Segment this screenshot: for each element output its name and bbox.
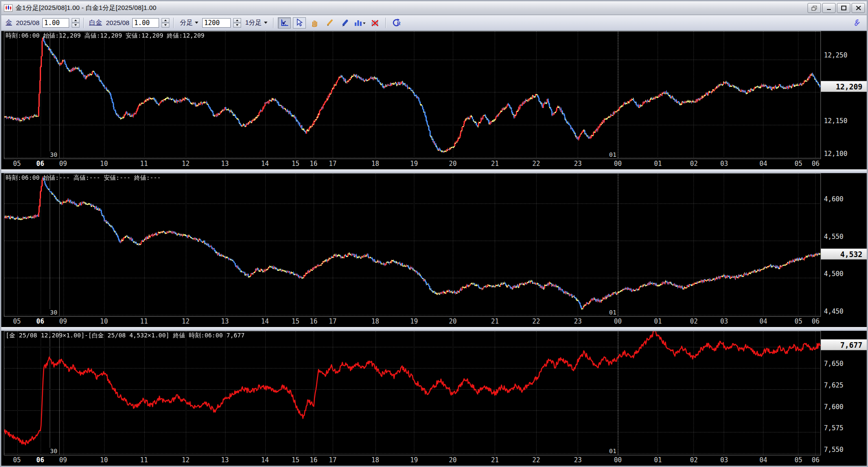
minimize-button[interactable]	[822, 3, 836, 13]
price-tick-label: 12,150	[821, 117, 867, 125]
gold-multiplier-spinner[interactable]	[72, 18, 79, 28]
time-tick-label: 23	[574, 160, 582, 168]
platinum-time-axis: 0506091011121314151617181920212223000102…	[4, 317, 821, 327]
time-tick-label: 03	[720, 318, 728, 325]
platinum-price-axis: 4,532 4,6004,5504,5004,450	[821, 173, 867, 317]
reload-button[interactable]: R	[390, 17, 403, 29]
platinum-chart-block: 時刻:06:00 始値:--- 高値:--- 安値:--- 終値:--- 300…	[1, 173, 867, 327]
platinum-contract-label[interactable]: 2025/08	[106, 19, 129, 26]
date-marker-label: 30	[50, 151, 58, 158]
time-tick-label: 12	[182, 318, 190, 325]
time-tick-label: 19	[410, 160, 418, 168]
period-type-dropdown[interactable]: 分足	[178, 18, 200, 28]
time-tick-label: 14	[261, 456, 269, 464]
price-tick-label: 4,550	[821, 233, 867, 241]
price-tick-label: 12,250	[821, 52, 867, 60]
date-marker-label: 30	[50, 448, 58, 454]
platinum-symbol-label[interactable]: 白金	[89, 19, 102, 27]
time-tick-label: 01	[654, 318, 662, 325]
time-tick-label: 20	[449, 318, 457, 325]
chart-splitter[interactable]	[1, 169, 867, 173]
time-tick-label: 22	[532, 318, 540, 325]
time-tick-label: 15	[292, 318, 299, 325]
time-tick-label: 22	[532, 456, 540, 464]
time-tick-label: 12	[182, 456, 190, 464]
platinum-chart-plot[interactable]: 時刻:06:00 始値:--- 高値:--- 安値:--- 終値:--- 300…	[4, 173, 821, 317]
bar-style-dropdown-button[interactable]	[353, 17, 366, 29]
bar-count-input[interactable]	[202, 18, 231, 28]
time-tick-label: 10	[100, 160, 108, 168]
time-tick-label: 19	[410, 318, 418, 325]
interval-dropdown[interactable]: 1分足	[243, 18, 269, 28]
period-type-label: 分足	[180, 19, 193, 27]
time-tick-label: 05	[795, 318, 802, 325]
time-tick-label: 02	[690, 456, 698, 464]
time-tick-label: 23	[574, 456, 582, 464]
gold-symbol-label[interactable]: 金	[6, 19, 12, 27]
time-tick-label: 11	[140, 456, 148, 464]
date-marker-label: 01	[609, 151, 617, 158]
time-tick-label: 01	[654, 160, 662, 168]
draw-pencil-button[interactable]	[323, 17, 336, 29]
time-tick-label: 18	[371, 456, 379, 464]
marker-icon	[340, 19, 349, 27]
platinum-multiplier-spinner[interactable]	[162, 18, 169, 28]
gold-contract-label[interactable]: 2025/08	[16, 19, 39, 26]
price-tick-label: 7,650	[821, 360, 867, 368]
pan-hand-button[interactable]	[308, 17, 321, 29]
platinum-multiplier-input[interactable]	[132, 18, 159, 28]
draw-marker-button[interactable]	[338, 17, 351, 29]
time-tick-label: 06	[812, 318, 820, 325]
price-tick-label: 12,100	[821, 150, 867, 158]
price-tick-label: 7,600	[821, 403, 867, 411]
gold-multiplier-input[interactable]	[42, 18, 69, 28]
time-tick-label: 21	[491, 318, 499, 325]
platinum-last-price-badge: 4,532	[821, 248, 867, 260]
date-marker-label: 01	[609, 309, 617, 316]
toolbar-separator	[385, 18, 386, 28]
time-tick-label: 20	[449, 456, 457, 464]
price-tick-label: 4,500	[821, 270, 867, 278]
close-button[interactable]	[852, 3, 865, 13]
toolbar-separator	[83, 18, 84, 28]
time-tick-label: 21	[491, 160, 499, 168]
spread-chart-plot[interactable]: [金 25/08 12,209×1.00]-[白金 25/08 4,532×1.…	[4, 331, 821, 455]
duplicate-window-button[interactable]	[808, 3, 821, 13]
price-tick-label: 7,575	[821, 425, 867, 432]
time-tick-label: 16	[310, 456, 318, 464]
chart-axis-tool-button[interactable]	[278, 17, 291, 29]
time-tick-label: 17	[329, 318, 337, 325]
time-tick-label: 03	[720, 456, 728, 464]
date-marker-label: 30	[50, 309, 58, 316]
select-cursor-button[interactable]	[293, 17, 306, 29]
time-tick-label: 21	[491, 456, 499, 464]
wrench-icon	[852, 19, 861, 27]
maximize-button[interactable]	[837, 3, 850, 13]
gold-chart-info: 時刻:06:00 始値:12,209 高値:12,209 安値:12,209 終…	[6, 32, 204, 40]
time-tick-label: 17	[329, 456, 337, 464]
time-tick-label: 16	[310, 318, 318, 325]
time-tick-label: 00	[614, 160, 622, 168]
clear-drawings-icon	[370, 19, 380, 27]
platinum-chart-info: 時刻:06:00 始値:--- 高値:--- 安値:--- 終値:---	[6, 174, 161, 182]
cursor-icon	[296, 19, 303, 27]
chart-splitter[interactable]	[1, 327, 867, 331]
spread-price-axis: 7,677 7,6507,6257,6007,5757,550	[821, 331, 867, 455]
gold-price-axis: 12,209 12,25012,15012,100	[821, 31, 867, 159]
spread-chart-block: [金 25/08 12,209×1.00]-[白金 25/08 4,532×1.…	[1, 331, 867, 466]
clear-drawings-button[interactable]	[369, 17, 382, 29]
spread-time-axis: 0506091011121314151617181920212223000102…	[4, 455, 821, 466]
gold-chart-plot[interactable]: 時刻:06:00 始値:12,209 高値:12,209 安値:12,209 終…	[4, 31, 821, 159]
titlebar: 金1分足[2025/08]1.00 - 白金1分足[2025/08]1.00	[1, 1, 867, 15]
bar-count-spinner[interactable]	[233, 18, 241, 28]
time-tick-label: 14	[261, 318, 269, 325]
chevron-down-icon	[195, 22, 198, 24]
time-tick-label: 14	[261, 160, 269, 168]
time-tick-label: 05	[795, 160, 802, 168]
toolbar: 金 2025/08 白金 2025/08 分足 1分足	[1, 15, 867, 31]
time-tick-label: 03	[720, 160, 728, 168]
time-tick-label: 04	[760, 456, 767, 464]
time-tick-label: 09	[59, 456, 67, 464]
time-tick-label: 06	[812, 160, 820, 168]
settings-wrench-button[interactable]	[850, 17, 863, 29]
